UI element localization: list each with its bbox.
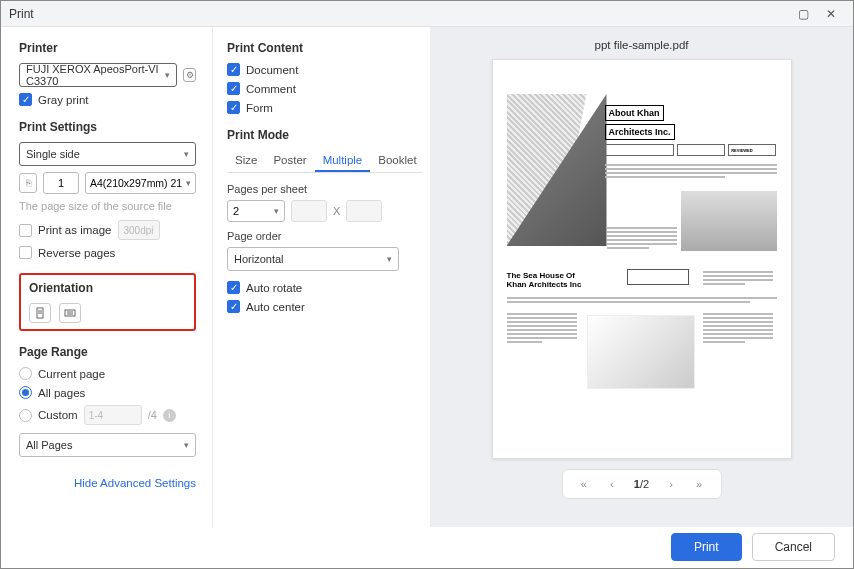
pps-value: 2 [233,205,239,217]
info-icon[interactable]: i [163,409,176,422]
slide1-title-l1: About Khan [605,105,664,121]
auto-rotate-checkbox[interactable]: ✓ [227,281,240,294]
page-filter-select[interactable]: All Pages ▾ [19,433,196,457]
dpi-input: 300dpi [118,220,160,240]
pager-last-button[interactable]: » [687,472,711,496]
reverse-pages-label: Reverse pages [38,247,115,259]
print-settings-heading: Print Settings [19,120,196,134]
content-comment-checkbox[interactable]: ✓ [227,82,240,95]
slide1-title-l2: Architects Inc. [605,124,675,140]
chevron-down-icon: ▾ [186,178,191,188]
orientation-section: Orientation [19,273,196,331]
print-content-heading: Print Content [227,41,422,55]
orientation-portrait-button[interactable] [29,303,51,323]
pps-label: Pages per sheet [227,183,422,195]
tab-size[interactable]: Size [227,150,265,172]
custom-range-radio[interactable] [19,409,32,422]
pager-prev-button[interactable]: ‹ [600,472,624,496]
page-filter-label: All Pages [26,439,72,451]
page-range-heading: Page Range [19,345,196,359]
auto-center-label: Auto center [246,301,305,313]
slide2-title-l2: Khan Architects Inc [507,280,582,289]
reverse-pages-checkbox[interactable] [19,246,32,259]
print-as-image-checkbox[interactable] [19,224,32,237]
mode-tabs: Size Poster Multiple Booklet [227,150,422,173]
page-order-lbl: Page order [227,230,422,242]
print-as-image-label: Print as image [38,224,112,236]
paper-size-select[interactable]: A4(210x297mm) 21 ▾ [85,172,196,194]
chevron-down-icon: ▾ [387,254,392,264]
copies-stepper[interactable]: 1 [43,172,79,194]
chevron-down-icon: ▾ [184,440,189,450]
preview-filename: ppt file-sample.pdf [430,27,853,59]
content-comment-label: Comment [246,83,296,95]
chevron-down-icon: ▾ [184,149,189,159]
content-document-label: Document [246,64,298,76]
preview-panel: ppt file-sample.pdf About Khan Architect… [430,27,853,527]
preview-page: About Khan Architects Inc. REVIEWED [492,59,792,459]
titlebar: Print ▢ ✕ [1,1,853,27]
gray-print-checkbox[interactable]: ✓ [19,93,32,106]
hide-advanced-link[interactable]: Hide Advanced Settings [19,477,196,489]
footer: Print Cancel [1,526,853,568]
maximize-icon[interactable]: ▢ [789,2,817,26]
content-document-checkbox[interactable]: ✓ [227,63,240,76]
custom-range-input[interactable]: 1-4 [84,405,142,425]
current-page-label: Current page [38,368,105,380]
content-form-label: Form [246,102,273,114]
auto-rotate-label: Auto rotate [246,282,302,294]
cancel-button[interactable]: Cancel [752,533,835,561]
tab-booklet[interactable]: Booklet [370,150,424,172]
pager-position: 1/2 [628,478,655,490]
copies-icon: ⎘ [19,173,37,193]
range-total: /4 [148,409,157,421]
all-pages-radio[interactable] [19,386,32,399]
printer-heading: Printer [19,41,196,55]
custom-range-label: Custom [38,409,78,421]
content-form-checkbox[interactable]: ✓ [227,101,240,114]
printer-select[interactable]: FUJI XEROX ApeosPort-VI C3370 ▾ [19,63,177,87]
tab-poster[interactable]: Poster [265,150,314,172]
orientation-landscape-button[interactable] [59,303,81,323]
tab-multiple[interactable]: Multiple [315,150,371,172]
page-order-select[interactable]: Horizontal ▾ [227,247,399,271]
printer-properties-button[interactable]: ⚙ [183,68,196,82]
svg-rect-3 [65,310,75,316]
pager-first-button[interactable]: « [572,472,596,496]
page-order-value: Horizontal [234,253,284,265]
pps-rows-input [346,200,382,222]
window-title: Print [9,7,34,21]
pps-x: X [333,205,340,217]
sides-select[interactable]: Single side ▾ [19,142,196,166]
middle-panel: Print Content ✓Document ✓Comment ✓Form P… [212,27,430,527]
gray-print-label: Gray print [38,94,89,106]
sides-label: Single side [26,148,80,160]
pages-per-sheet-select[interactable]: 2 ▾ [227,200,285,222]
copies-value: 1 [58,177,64,189]
all-pages-label: All pages [38,387,85,399]
print-button[interactable]: Print [671,533,742,561]
chevron-down-icon: ▾ [165,70,170,80]
left-panel: Printer FUJI XEROX ApeosPort-VI C3370 ▾ … [1,27,212,527]
slide1-reviewed-badge: REVIEWED [728,144,776,156]
pps-cols-input [291,200,327,222]
chevron-down-icon: ▾ [274,206,279,216]
orientation-heading: Orientation [29,281,186,295]
source-size-label: The page size of the source file [19,200,196,212]
paper-label: A4(210x297mm) 21 [90,177,182,189]
printer-selected-label: FUJI XEROX ApeosPort-VI C3370 [26,63,165,87]
slide2-title-l1: The Sea House Of [507,271,575,280]
preview-slide-2: The Sea House Of Khan Architects Inc [507,267,777,442]
pager-total: /2 [640,478,649,490]
preview-slide-1: About Khan Architects Inc. REVIEWED [507,76,777,251]
pager-next-button[interactable]: › [659,472,683,496]
current-page-radio[interactable] [19,367,32,380]
auto-center-checkbox[interactable]: ✓ [227,300,240,313]
print-mode-heading: Print Mode [227,128,422,142]
close-icon[interactable]: ✕ [817,2,845,26]
preview-pager: « ‹ 1/2 › » [562,469,722,499]
